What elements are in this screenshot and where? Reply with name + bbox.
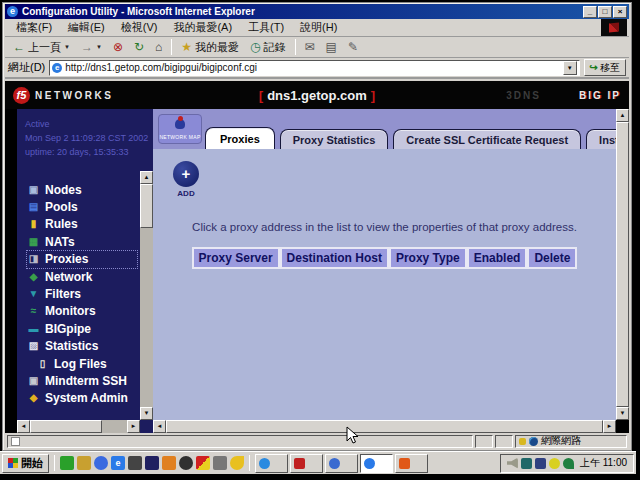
scroll-right-icon[interactable]: ► (127, 420, 140, 433)
sidebar-item-pools[interactable]: ▤Pools (27, 198, 137, 215)
edit-button[interactable]: ✎ (344, 40, 362, 54)
sidebar-item-nats[interactable]: ▦NATs (27, 233, 137, 250)
history-button[interactable]: ◷ 記錄 (246, 39, 289, 56)
network-map-button[interactable]: NETWORK MAP (158, 114, 202, 144)
forward-dropdown-icon[interactable]: ▼ (96, 44, 102, 50)
quick-launch-icon[interactable] (213, 456, 227, 470)
maximize-button[interactable]: □ (598, 6, 612, 18)
sidebar-item-log-files[interactable]: ▯Log Files (27, 355, 137, 372)
scroll-right-icon[interactable]: ► (603, 420, 616, 433)
sidebar-item-proxies[interactable]: ◨Proxies (27, 251, 137, 268)
app-icon (259, 458, 270, 469)
frameset: Active Mon Sep 2 11:09:28 CST 2002 uptim… (5, 109, 629, 433)
sidebar-item-label: Filters (45, 287, 81, 301)
task-button[interactable] (290, 454, 323, 473)
scroll-left-icon[interactable]: ◄ (153, 420, 166, 433)
go-button[interactable]: ↪ 移至 (584, 59, 626, 76)
sidebar-item-statistics[interactable]: ▨Statistics (27, 338, 137, 355)
scrollbar-thumb[interactable] (30, 420, 102, 433)
print-button[interactable]: ▤ (322, 40, 341, 54)
scrollbar-thumb[interactable] (616, 122, 629, 407)
sidebar-item-label: Network (45, 270, 92, 284)
menu-file[interactable]: 檔案(F) (9, 18, 59, 37)
title-bar[interactable]: e Configuration Utility - Microsoft Inte… (5, 4, 629, 19)
scroll-down-icon[interactable]: ▼ (140, 407, 153, 420)
sidebar-item-nodes[interactable]: ▣Nodes (27, 181, 137, 198)
lock-icon (519, 438, 526, 445)
quick-launch-icon[interactable] (60, 456, 74, 470)
column-header-delete[interactable]: Delete (527, 247, 577, 269)
scrollbar-thumb[interactable] (140, 184, 153, 228)
tray-icon[interactable] (521, 458, 532, 469)
menu-help[interactable]: 說明(H) (293, 18, 344, 37)
quick-launch-icon[interactable] (230, 456, 244, 470)
quick-launch-icon[interactable] (77, 456, 91, 470)
column-header-destination-host[interactable]: Destination Host (280, 247, 389, 269)
sidebar-horizontal-scrollbar[interactable]: ◄ ► (17, 420, 140, 433)
tray-icon[interactable] (507, 458, 518, 469)
task-button-active[interactable] (360, 454, 393, 473)
start-button[interactable]: 開始 (2, 454, 49, 473)
sidebar-item-mindterm-ssh[interactable]: ▣Mindterm SSH (27, 372, 137, 389)
stop-button[interactable]: ⊗ (109, 40, 127, 54)
task-button[interactable] (255, 454, 288, 473)
task-button[interactable] (325, 454, 358, 473)
menu-view[interactable]: 檢視(V) (114, 18, 165, 37)
browser-window: e Configuration Utility - Microsoft Inte… (2, 2, 632, 451)
sidebar-item-bigpipe[interactable]: ▬BIGpipe (27, 320, 137, 337)
task-button[interactable] (395, 454, 428, 473)
quick-launch-icon[interactable] (94, 456, 108, 470)
sidebar-item-monitors[interactable]: ≈Monitors (27, 303, 137, 320)
system-tray: 上午 11:00 (500, 454, 634, 473)
link-bigip[interactable]: BIG IP (579, 90, 621, 101)
sidebar-vertical-scrollbar[interactable]: ▲ ▼ (140, 171, 153, 420)
back-button[interactable]: ← 上一頁 ▼ (9, 39, 74, 56)
menu-favorites[interactable]: 我的最愛(A) (166, 18, 239, 37)
quick-launch-icon[interactable] (145, 456, 159, 470)
sidebar-item-filters[interactable]: ▼Filters (27, 285, 137, 302)
quick-launch-icon[interactable] (128, 456, 142, 470)
home-button[interactable]: ⌂ (151, 40, 166, 54)
favorites-button[interactable]: ★ 我的最愛 (177, 39, 243, 56)
tab-proxies[interactable]: Proxies (205, 127, 275, 149)
quick-launch-icon[interactable] (162, 456, 176, 470)
url-box: e ▼ (49, 60, 579, 76)
url-input[interactable] (65, 62, 559, 73)
scroll-up-icon[interactable]: ▲ (140, 171, 153, 184)
add-proxy-control[interactable]: + ADD (171, 161, 201, 198)
tray-icon[interactable] (549, 458, 560, 469)
scrollbar-thumb[interactable] (166, 420, 603, 433)
back-dropdown-icon[interactable]: ▼ (64, 44, 70, 50)
quick-launch-icon[interactable]: e (111, 456, 125, 470)
url-dropdown-icon[interactable]: ▼ (563, 61, 577, 75)
add-icon[interactable]: + (173, 161, 199, 187)
quick-launch-icon[interactable] (179, 456, 193, 470)
column-header-proxy-server[interactable]: Proxy Server (192, 247, 280, 269)
forward-button[interactable]: → ▼ (77, 40, 106, 54)
mail-button[interactable]: ✉ (301, 40, 319, 54)
column-header-enabled[interactable]: Enabled (467, 247, 528, 269)
scroll-left-icon[interactable]: ◄ (17, 420, 30, 433)
sidebar-item-label: Proxies (45, 252, 88, 266)
menu-edit[interactable]: 編輯(E) (61, 18, 112, 37)
content-vertical-scrollbar[interactable]: ▲ ▼ (616, 109, 629, 420)
tray-icon[interactable] (535, 458, 546, 469)
tab-install-ssl-certificate[interactable]: Install SSL Certif (586, 129, 616, 149)
scroll-up-icon[interactable]: ▲ (616, 109, 629, 122)
tab-create-ssl-certificate-request[interactable]: Create SSL Certificate Request (393, 129, 581, 149)
scroll-down-icon[interactable]: ▼ (616, 407, 629, 420)
content-horizontal-scrollbar[interactable]: ◄ ► (153, 420, 616, 433)
tray-icon[interactable] (563, 458, 574, 469)
link-3dns[interactable]: 3DNS (506, 90, 541, 101)
close-button[interactable]: × (613, 6, 627, 18)
column-header-proxy-type[interactable]: Proxy Type (389, 247, 467, 269)
sidebar-item-rules[interactable]: ▮Rules (27, 216, 137, 233)
minimize-button[interactable]: _ (583, 6, 597, 18)
refresh-button[interactable]: ↻ (130, 40, 148, 54)
menu-tools[interactable]: 工具(T) (241, 18, 291, 37)
taskbar-clock[interactable]: 上午 11:00 (580, 456, 627, 470)
sidebar-item-system-admin[interactable]: ◆System Admin (27, 390, 137, 407)
quick-launch-icon[interactable] (196, 456, 210, 470)
tab-proxy-statistics[interactable]: Proxy Statistics (280, 129, 389, 149)
sidebar-item-network[interactable]: ◆Network (27, 268, 137, 285)
